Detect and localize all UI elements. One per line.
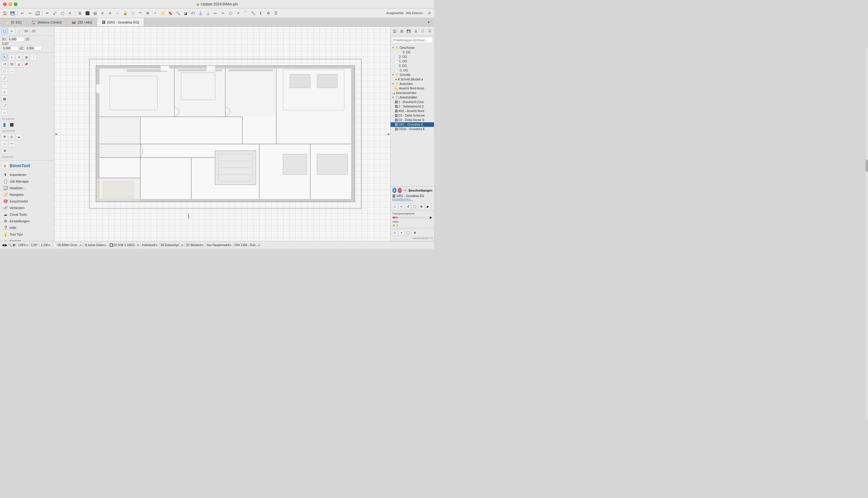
bimm-einstellungen[interactable]: ⚙ Einstellungen [2, 218, 52, 224]
bottom-fit-btn[interactable]: ⊞ [13, 243, 15, 247]
select-tool-btn[interactable]: ▢ [1, 28, 8, 34]
anchor-btn[interactable]: ⚓ [197, 10, 204, 17]
tree-item-schnitte[interactable]: ▼ 📁 Schnitte [391, 73, 434, 77]
wave-btn[interactable]: 〜 [137, 10, 144, 17]
text-button[interactable]: A [106, 10, 114, 17]
2d-tool-btn[interactable]: 2D [30, 28, 37, 34]
wall2-tool[interactable]: ⬛ [9, 121, 15, 128]
bimm-importieren[interactable]: ⬆ Importieren [2, 171, 52, 178]
traffic-lights[interactable] [3, 2, 17, 6]
tab-gr1[interactable]: 🖼 [GR1 - Grundriss EG] [97, 18, 144, 26]
prop-info-btn[interactable]: ℹ [392, 188, 397, 193]
bimm-hilfe[interactable]: ❓ Hilfe [2, 224, 52, 231]
right-tool-btn-5[interactable]: ⚙ [418, 204, 424, 209]
arrow-btn[interactable]: ↔ [114, 10, 121, 17]
eye-tool[interactable]: 👁 [1, 133, 8, 140]
rotate-tool[interactable]: ↺ [1, 61, 8, 67]
gear-btn[interactable]: ⚙ [264, 10, 272, 17]
tree-item-draufsicht[interactable]: 🖼 1 - Draufsicht (Una [391, 100, 434, 104]
save-button[interactable]: 💾 [9, 10, 16, 17]
prop-settings-link[interactable]: Einstellungen... [392, 198, 432, 201]
right-scroll-arrow[interactable]: ◀ [386, 132, 390, 136]
right-tool-btn-4[interactable]: 📋 [412, 204, 418, 209]
pin-tool[interactable]: 📌 [23, 61, 29, 67]
grid-button[interactable]: ⊞ [76, 10, 83, 17]
pencil-button[interactable]: ✏ [44, 10, 51, 17]
cross-button[interactable]: ✕ [66, 10, 74, 17]
maximize-button[interactable] [14, 2, 17, 6]
tree-item-0eg[interactable]: 📄 0. EG [391, 64, 434, 68]
hash-button[interactable]: # [99, 10, 106, 17]
dash-tool[interactable]: -- [9, 68, 15, 75]
layers2-btn[interactable]: ☰ [272, 10, 280, 17]
right-expand2-btn[interactable]: ▶ [425, 204, 431, 209]
screen-tool[interactable]: 🖥 [1, 147, 8, 154]
right-bottom-btn-1[interactable]: □ [392, 230, 398, 236]
left-scroll-arrow[interactable]: ▶ [54, 132, 59, 136]
transparency-expand-btn[interactable]: ▶ [430, 216, 432, 219]
person-tool[interactable]: 👤 [1, 121, 8, 128]
tree-item-d2[interactable]: 🖼 D2 - Delta Decke S [391, 118, 434, 122]
tree-item-an1[interactable]: 🖼 AN1 - Ansicht Nord [391, 109, 434, 113]
layers-btn[interactable]: ◪ [182, 10, 189, 17]
dz-coord-input[interactable] [25, 46, 42, 51]
prop-warn-btn[interactable]: ! [398, 188, 402, 193]
tree-item-innenansichten[interactable]: 📊 Innenansichten [391, 91, 434, 95]
tree-item-seitenansicht[interactable]: 🖼 2 - Seitenansicht (t [391, 104, 434, 109]
model-arrow[interactable]: ▶ [202, 244, 204, 247]
right-tool-btn-2[interactable]: + [399, 204, 404, 209]
num-tool[interactable]: 38 [9, 61, 15, 67]
dots-tool[interactable]: ⋮ [30, 54, 37, 61]
bimm-easy2model[interactable]: 🎯 Easy2model [2, 198, 52, 205]
search-input[interactable] [392, 37, 433, 43]
transparency-bar[interactable] [392, 217, 429, 219]
tab-eg[interactable]: 📁 [0. EG] [0, 18, 27, 26]
right-print-btn[interactable]: 🖨 [413, 28, 419, 34]
bookmark-btn[interactable]: 🔖 [167, 10, 174, 17]
dimension-tool[interactable]: ↔ [1, 109, 8, 116]
tree-item-gr1b[interactable]: 🖼 GR1b - Grundriss E [391, 127, 434, 131]
tab-aktions[interactable]: 🏠 [Aktions-Center] [27, 18, 67, 26]
curve-tool[interactable]: ⌒ [1, 82, 8, 88]
design-option-arrow[interactable]: ▶ [182, 244, 183, 247]
right-bottom-btn-3[interactable]: 📋 [405, 230, 411, 236]
angle-tool[interactable]: ∡ [16, 61, 22, 67]
bimm-cloud-tools[interactable]: ☁ Cloud Tools [2, 211, 52, 218]
prop-close-btn[interactable]: ✕ [403, 188, 407, 193]
redo-button[interactable]: ↪ [26, 10, 34, 17]
right-tool-btn-1[interactable]: □ [392, 204, 398, 209]
curve-btn[interactable]: ⌒ [242, 10, 249, 17]
right-home-btn[interactable]: 🏠 [392, 28, 398, 34]
tree-item-d1[interactable]: 🖼 D1 - Delta Scheune [391, 113, 434, 118]
info-btn[interactable]: ℹ [257, 10, 264, 17]
tree-item-arbeitsblaetter[interactable]: ▼ 📋 Arbeitsblätter [391, 95, 434, 100]
tree-view[interactable]: ▼ 📁 Geschosse 📄 3. DG 📄 2. OG 📄 1. OG 📄 … [391, 44, 434, 186]
wall-tool-btn[interactable]: ⬜ [16, 28, 22, 34]
rect-tool[interactable]: □ [1, 68, 8, 75]
select-button[interactable]: ▢ [59, 10, 66, 17]
bimm-navigator[interactable]: 🧭 Navigator [2, 191, 52, 198]
right-menu-btn[interactable]: ☰ [427, 28, 433, 34]
up-arrow-tool[interactable]: ▲ [16, 133, 22, 140]
tree-item-gr1[interactable]: 🖼 GR1 - Grundriss E [391, 122, 434, 127]
copy-btn[interactable]: ⬡ [227, 10, 234, 17]
bimm-tool-tips[interactable]: 💡 Tool Tips [2, 231, 52, 238]
arrows-btn[interactable]: ⇐ [212, 10, 219, 17]
minimize-button[interactable] [9, 2, 12, 6]
tools-btn[interactable]: 🔧 [249, 10, 257, 17]
tree-item-2og[interactable]: 📄 2. OG [391, 54, 434, 59]
plus-cross-tool[interactable]: + [9, 54, 15, 61]
wave2-tool[interactable]: 〜 [9, 140, 15, 147]
view-btn3[interactable]: ▤ [91, 10, 99, 17]
layer-arrow[interactable]: ▶ [105, 244, 107, 247]
standard-arrow[interactable]: ▶ [259, 244, 260, 247]
x-coord-input[interactable] [8, 37, 24, 42]
search-btn[interactable]: 🔍 [174, 10, 181, 17]
arrow-tool[interactable]: ↖ [1, 54, 8, 61]
bimm-job-manager[interactable]: 📋 Job Manager [2, 178, 52, 185]
settings-btn[interactable]: ⚙ [144, 10, 151, 17]
right-tool-btn-3[interactable]: ↺ [405, 204, 411, 209]
refresh-button[interactable]: 🔄 [34, 10, 41, 17]
arc-btn[interactable]: ↗ [234, 10, 242, 17]
tree-item-ansicht-nord[interactable]: 📐 Ansicht Nord Ansic [391, 86, 434, 91]
